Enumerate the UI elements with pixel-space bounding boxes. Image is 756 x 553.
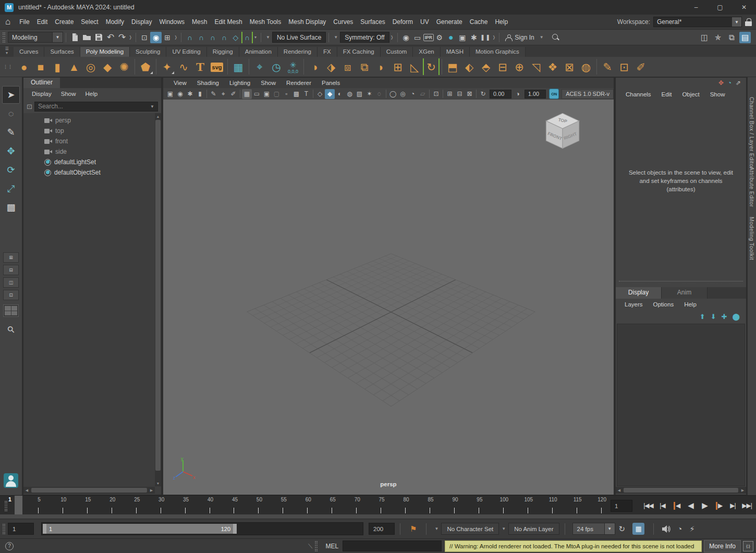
divider[interactable]	[476, 90, 477, 98]
viewport-menu-item[interactable]: View	[169, 79, 191, 87]
menu-item[interactable]: UV	[417, 16, 433, 28]
timeline-tick[interactable]: 40	[210, 496, 210, 514]
curve-pen-icon[interactable]: ✎	[599, 58, 616, 75]
divider[interactable]	[156, 59, 156, 75]
menu-item[interactable]: Help	[491, 16, 511, 28]
menu-item[interactable]: Mesh Display	[285, 16, 330, 28]
layout-button[interactable]: ◫	[3, 277, 19, 288]
layout-button[interactable]: ⊡	[3, 290, 19, 300]
layer-list[interactable]	[617, 324, 745, 486]
timeline-tick[interactable]: 105	[528, 496, 528, 514]
toon-shader-icon[interactable]: ●	[445, 32, 457, 43]
command-input[interactable]	[343, 540, 442, 551]
shelf-menu-icon[interactable]: ☰▾	[0, 47, 14, 57]
home-icon[interactable]: ⌂	[5, 17, 10, 27]
triangulate-icon[interactable]: ◺	[406, 58, 423, 75]
drag-handle[interactable]	[3, 524, 5, 534]
menu-item[interactable]: Edit	[33, 16, 52, 28]
scrollbar-thumb[interactable]	[31, 488, 147, 493]
render-settings-icon[interactable]: ⚙	[434, 32, 445, 43]
resolution-gate-icon[interactable]: ▣	[262, 89, 272, 99]
timeline-tick[interactable]: 115	[577, 496, 577, 514]
layer-editor-menu-item[interactable]: Help	[679, 300, 701, 309]
script-editor-icon[interactable]: {;}	[743, 541, 753, 551]
open-scene-icon[interactable]	[82, 33, 91, 42]
outliner-menu-item[interactable]: Show	[57, 90, 80, 98]
rotate-tool-icon[interactable]: ⟳	[2, 161, 20, 179]
super-shape-icon[interactable]: ✦	[158, 58, 175, 75]
poly-cube-icon[interactable]: ■	[32, 58, 49, 75]
timeline-tick[interactable]: 15	[87, 496, 88, 514]
safe-title-icon[interactable]: T	[301, 89, 311, 99]
poly-type-icon[interactable]: T	[192, 58, 209, 75]
smooth-shade-icon[interactable]: ◆	[325, 89, 335, 99]
panel-splitter[interactable]	[619, 281, 743, 281]
layout-button[interactable]: ⊞	[3, 252, 19, 263]
exposure-icon[interactable]: ↻	[478, 89, 488, 99]
shelf-tab[interactable]: Motion Graphics	[470, 47, 526, 57]
drag-handle[interactable]	[3, 32, 5, 43]
layer-editor-tab[interactable]: Anim	[662, 287, 708, 299]
extract-icon[interactable]: ⊟	[494, 58, 511, 75]
outliner-tab[interactable]: Outliner	[23, 78, 60, 88]
viewport-menu-item[interactable]: Shading	[193, 79, 223, 87]
exposure-field[interactable]: 0.00	[490, 90, 511, 99]
menu-item[interactable]: Edit Mesh	[211, 16, 246, 28]
shelf-tab[interactable]: Animation	[239, 47, 278, 57]
poly-disc-icon[interactable]: ✺	[116, 58, 132, 75]
divider[interactable]	[240, 90, 240, 98]
scroll-up-icon[interactable]: ▲	[155, 113, 161, 119]
menu-item[interactable]: Deform	[389, 16, 417, 28]
scale-tool-icon[interactable]: ⤢	[2, 180, 20, 198]
symmetry-field[interactable]: Symmetry: Off	[340, 32, 389, 43]
save-scene-icon[interactable]	[94, 33, 103, 42]
isolate-add-icon[interactable]: ⊞	[445, 89, 455, 99]
lights-icon[interactable]: ✶	[364, 89, 374, 99]
outliner-item[interactable]: persp	[23, 115, 155, 126]
menu-item[interactable]: File	[16, 16, 33, 28]
outliner-item[interactable]: side	[23, 146, 155, 157]
chevron-down-icon[interactable]: ▼	[540, 35, 544, 40]
sync-clock-icon[interactable]: ◔	[677, 524, 682, 533]
svg-tool-icon[interactable]: svg	[209, 58, 225, 75]
speed-icon[interactable]: ◔	[728, 79, 731, 87]
animation-start-field[interactable]: 1	[8, 523, 34, 535]
xray-icon[interactable]: ◯	[388, 89, 398, 99]
timeline-tick[interactable]: 20	[112, 496, 112, 514]
step-back-key-button[interactable]: ◀	[669, 498, 684, 513]
lattice-icon[interactable]: ⊠	[561, 58, 578, 75]
render-current-frame-icon[interactable]: ▭	[412, 32, 423, 43]
humanik-toggle-icon[interactable]: ✯	[712, 32, 724, 43]
close-button[interactable]: ✕	[732, 0, 756, 15]
menu-item[interactable]: Mesh Tools	[246, 16, 285, 28]
smooth-icon[interactable]: ◗	[373, 58, 389, 75]
paint-select-tool-icon[interactable]: ✎	[2, 124, 20, 141]
timeline-tick[interactable]: 35	[185, 496, 186, 514]
select-hierarchy-icon[interactable]: ⊡	[139, 32, 150, 43]
tab-channel-box[interactable]: Channel Box / Layer Editor	[749, 97, 755, 169]
contrast-field[interactable]: 1.00	[525, 90, 546, 99]
filter-icon[interactable]: ⊡	[27, 103, 32, 110]
layer-new-empty-icon[interactable]: ✚	[722, 313, 727, 321]
scroll-down-icon[interactable]: ▼	[155, 480, 161, 486]
live-surface-field[interactable]: No Live Surface	[272, 32, 326, 43]
step-forward-key-button[interactable]: ▶	[712, 498, 726, 513]
timeline-ticks[interactable]: 5101520253035404550556065707580859095100…	[14, 496, 606, 514]
character-set-select[interactable]: No Character Set	[441, 523, 499, 535]
flyout[interactable]: ▾	[253, 32, 258, 43]
outliner-horizontal-scrollbar[interactable]: ◀ ▶	[23, 487, 155, 494]
layer-editor-menu-item[interactable]: Options	[649, 300, 679, 309]
divider[interactable]	[135, 59, 135, 75]
maximize-button[interactable]: ▢	[708, 0, 732, 15]
shelf-tab[interactable]: Rigging	[207, 47, 239, 57]
chevron-down-icon[interactable]: ▼	[434, 526, 438, 531]
delete-history-icon[interactable]: ◷	[268, 58, 285, 75]
safe-action-icon[interactable]: ▩	[291, 89, 301, 99]
divider[interactable]	[443, 90, 443, 98]
divider[interactable]	[313, 90, 313, 98]
outliner-menu-item[interactable]: Display	[28, 90, 56, 98]
menu-set-select[interactable]: Modeling	[8, 32, 53, 43]
snap-grid-icon[interactable]: ∩	[184, 32, 196, 43]
grid-toggle-icon[interactable]: ▦	[242, 89, 252, 99]
range-slider[interactable]: 1 120	[41, 522, 363, 535]
